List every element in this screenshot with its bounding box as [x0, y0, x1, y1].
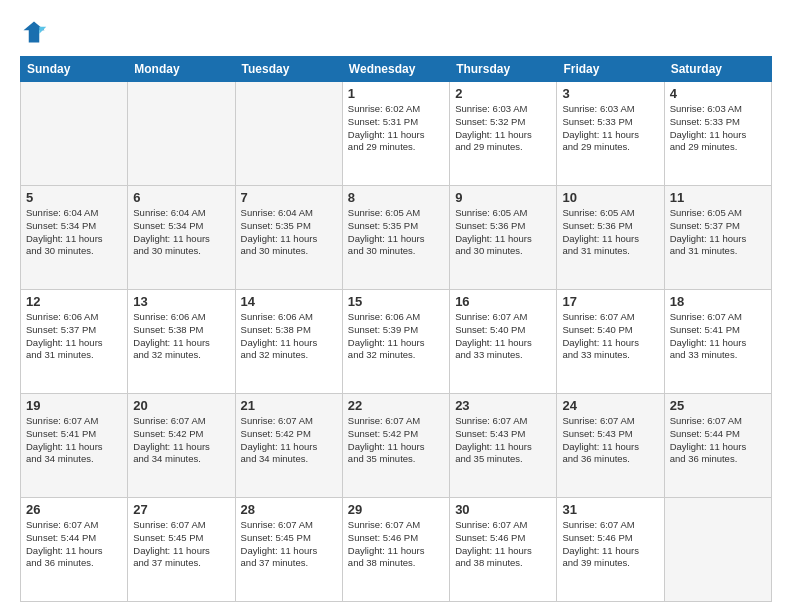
svg-marker-0 — [24, 22, 45, 43]
calendar-day-cell: 19Sunrise: 6:07 AM Sunset: 5:41 PM Dayli… — [21, 394, 128, 498]
day-number: 14 — [241, 294, 337, 309]
logo — [20, 18, 52, 46]
day-info: Sunrise: 6:06 AM Sunset: 5:38 PM Dayligh… — [241, 311, 337, 362]
day-number: 22 — [348, 398, 444, 413]
calendar-day-cell: 22Sunrise: 6:07 AM Sunset: 5:42 PM Dayli… — [342, 394, 449, 498]
day-number: 9 — [455, 190, 551, 205]
day-of-week-header: Sunday — [21, 57, 128, 82]
calendar-week-row: 5Sunrise: 6:04 AM Sunset: 5:34 PM Daylig… — [21, 186, 772, 290]
day-number: 7 — [241, 190, 337, 205]
day-number: 5 — [26, 190, 122, 205]
day-info: Sunrise: 6:07 AM Sunset: 5:43 PM Dayligh… — [562, 415, 658, 466]
calendar-day-cell: 2Sunrise: 6:03 AM Sunset: 5:32 PM Daylig… — [450, 82, 557, 186]
day-number: 15 — [348, 294, 444, 309]
day-info: Sunrise: 6:06 AM Sunset: 5:38 PM Dayligh… — [133, 311, 229, 362]
day-info: Sunrise: 6:07 AM Sunset: 5:40 PM Dayligh… — [562, 311, 658, 362]
page: SundayMondayTuesdayWednesdayThursdayFrid… — [0, 0, 792, 612]
calendar-day-cell: 11Sunrise: 6:05 AM Sunset: 5:37 PM Dayli… — [664, 186, 771, 290]
day-number: 19 — [26, 398, 122, 413]
calendar-day-cell — [235, 82, 342, 186]
day-info: Sunrise: 6:06 AM Sunset: 5:37 PM Dayligh… — [26, 311, 122, 362]
logo-icon — [20, 18, 48, 46]
calendar-day-cell: 29Sunrise: 6:07 AM Sunset: 5:46 PM Dayli… — [342, 498, 449, 602]
day-info: Sunrise: 6:04 AM Sunset: 5:34 PM Dayligh… — [133, 207, 229, 258]
day-number: 12 — [26, 294, 122, 309]
calendar-day-cell: 30Sunrise: 6:07 AM Sunset: 5:46 PM Dayli… — [450, 498, 557, 602]
day-of-week-header: Tuesday — [235, 57, 342, 82]
day-of-week-header: Friday — [557, 57, 664, 82]
calendar-day-cell: 12Sunrise: 6:06 AM Sunset: 5:37 PM Dayli… — [21, 290, 128, 394]
calendar-day-cell: 1Sunrise: 6:02 AM Sunset: 5:31 PM Daylig… — [342, 82, 449, 186]
calendar-day-cell — [128, 82, 235, 186]
day-number: 21 — [241, 398, 337, 413]
day-number: 4 — [670, 86, 766, 101]
day-info: Sunrise: 6:07 AM Sunset: 5:44 PM Dayligh… — [670, 415, 766, 466]
day-number: 11 — [670, 190, 766, 205]
day-number: 2 — [455, 86, 551, 101]
calendar-week-row: 26Sunrise: 6:07 AM Sunset: 5:44 PM Dayli… — [21, 498, 772, 602]
calendar-day-cell: 26Sunrise: 6:07 AM Sunset: 5:44 PM Dayli… — [21, 498, 128, 602]
day-info: Sunrise: 6:07 AM Sunset: 5:45 PM Dayligh… — [133, 519, 229, 570]
day-info: Sunrise: 6:06 AM Sunset: 5:39 PM Dayligh… — [348, 311, 444, 362]
day-info: Sunrise: 6:07 AM Sunset: 5:46 PM Dayligh… — [348, 519, 444, 570]
calendar-day-cell: 20Sunrise: 6:07 AM Sunset: 5:42 PM Dayli… — [128, 394, 235, 498]
day-of-week-header: Saturday — [664, 57, 771, 82]
calendar-day-cell — [21, 82, 128, 186]
calendar-day-cell: 7Sunrise: 6:04 AM Sunset: 5:35 PM Daylig… — [235, 186, 342, 290]
day-of-week-header: Wednesday — [342, 57, 449, 82]
calendar-day-cell — [664, 498, 771, 602]
day-info: Sunrise: 6:07 AM Sunset: 5:46 PM Dayligh… — [455, 519, 551, 570]
day-info: Sunrise: 6:07 AM Sunset: 5:42 PM Dayligh… — [133, 415, 229, 466]
day-info: Sunrise: 6:07 AM Sunset: 5:45 PM Dayligh… — [241, 519, 337, 570]
day-number: 16 — [455, 294, 551, 309]
calendar-header-row: SundayMondayTuesdayWednesdayThursdayFrid… — [21, 57, 772, 82]
day-info: Sunrise: 6:02 AM Sunset: 5:31 PM Dayligh… — [348, 103, 444, 154]
day-number: 13 — [133, 294, 229, 309]
day-info: Sunrise: 6:07 AM Sunset: 5:42 PM Dayligh… — [348, 415, 444, 466]
svg-marker-1 — [39, 27, 46, 34]
calendar-day-cell: 23Sunrise: 6:07 AM Sunset: 5:43 PM Dayli… — [450, 394, 557, 498]
day-info: Sunrise: 6:05 AM Sunset: 5:37 PM Dayligh… — [670, 207, 766, 258]
day-info: Sunrise: 6:07 AM Sunset: 5:46 PM Dayligh… — [562, 519, 658, 570]
day-info: Sunrise: 6:05 AM Sunset: 5:35 PM Dayligh… — [348, 207, 444, 258]
day-number: 25 — [670, 398, 766, 413]
day-of-week-header: Monday — [128, 57, 235, 82]
calendar-day-cell: 24Sunrise: 6:07 AM Sunset: 5:43 PM Dayli… — [557, 394, 664, 498]
day-of-week-header: Thursday — [450, 57, 557, 82]
day-info: Sunrise: 6:07 AM Sunset: 5:40 PM Dayligh… — [455, 311, 551, 362]
calendar-day-cell: 5Sunrise: 6:04 AM Sunset: 5:34 PM Daylig… — [21, 186, 128, 290]
day-info: Sunrise: 6:03 AM Sunset: 5:33 PM Dayligh… — [562, 103, 658, 154]
day-number: 27 — [133, 502, 229, 517]
calendar-day-cell: 4Sunrise: 6:03 AM Sunset: 5:33 PM Daylig… — [664, 82, 771, 186]
calendar-day-cell: 15Sunrise: 6:06 AM Sunset: 5:39 PM Dayli… — [342, 290, 449, 394]
calendar-day-cell: 9Sunrise: 6:05 AM Sunset: 5:36 PM Daylig… — [450, 186, 557, 290]
day-info: Sunrise: 6:03 AM Sunset: 5:33 PM Dayligh… — [670, 103, 766, 154]
calendar-table: SundayMondayTuesdayWednesdayThursdayFrid… — [20, 56, 772, 602]
day-info: Sunrise: 6:05 AM Sunset: 5:36 PM Dayligh… — [562, 207, 658, 258]
calendar-day-cell: 31Sunrise: 6:07 AM Sunset: 5:46 PM Dayli… — [557, 498, 664, 602]
calendar-week-row: 19Sunrise: 6:07 AM Sunset: 5:41 PM Dayli… — [21, 394, 772, 498]
day-number: 1 — [348, 86, 444, 101]
day-number: 24 — [562, 398, 658, 413]
day-info: Sunrise: 6:07 AM Sunset: 5:44 PM Dayligh… — [26, 519, 122, 570]
header — [20, 18, 772, 46]
calendar-day-cell: 6Sunrise: 6:04 AM Sunset: 5:34 PM Daylig… — [128, 186, 235, 290]
day-number: 23 — [455, 398, 551, 413]
calendar-day-cell: 21Sunrise: 6:07 AM Sunset: 5:42 PM Dayli… — [235, 394, 342, 498]
day-number: 10 — [562, 190, 658, 205]
day-number: 6 — [133, 190, 229, 205]
day-number: 17 — [562, 294, 658, 309]
day-info: Sunrise: 6:07 AM Sunset: 5:42 PM Dayligh… — [241, 415, 337, 466]
day-info: Sunrise: 6:07 AM Sunset: 5:41 PM Dayligh… — [670, 311, 766, 362]
calendar-week-row: 12Sunrise: 6:06 AM Sunset: 5:37 PM Dayli… — [21, 290, 772, 394]
calendar-day-cell: 25Sunrise: 6:07 AM Sunset: 5:44 PM Dayli… — [664, 394, 771, 498]
day-number: 29 — [348, 502, 444, 517]
day-number: 30 — [455, 502, 551, 517]
calendar-day-cell: 3Sunrise: 6:03 AM Sunset: 5:33 PM Daylig… — [557, 82, 664, 186]
day-info: Sunrise: 6:05 AM Sunset: 5:36 PM Dayligh… — [455, 207, 551, 258]
calendar-day-cell: 13Sunrise: 6:06 AM Sunset: 5:38 PM Dayli… — [128, 290, 235, 394]
day-info: Sunrise: 6:07 AM Sunset: 5:41 PM Dayligh… — [26, 415, 122, 466]
calendar-week-row: 1Sunrise: 6:02 AM Sunset: 5:31 PM Daylig… — [21, 82, 772, 186]
day-info: Sunrise: 6:03 AM Sunset: 5:32 PM Dayligh… — [455, 103, 551, 154]
day-info: Sunrise: 6:07 AM Sunset: 5:43 PM Dayligh… — [455, 415, 551, 466]
